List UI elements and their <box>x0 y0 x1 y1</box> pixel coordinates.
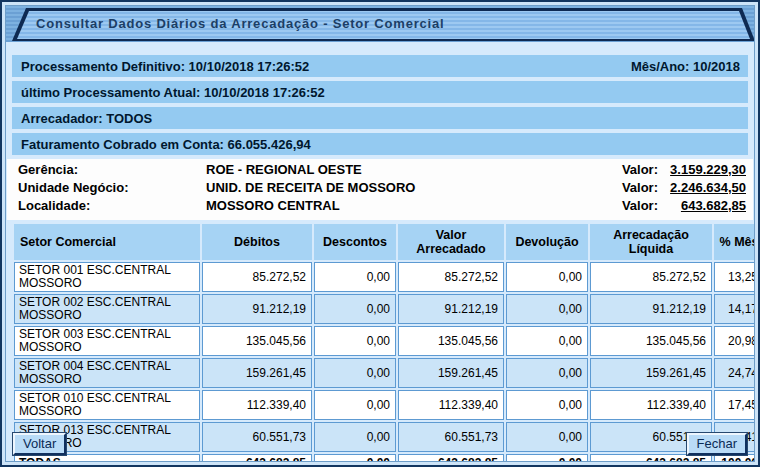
faturamento-text: Faturamento Cobrado em Conta: 66.055.426… <box>21 137 311 152</box>
sector-name-cell: SETOR 004 ESC.CENTRAL MOSSORO <box>14 358 200 388</box>
gerencia-valor-link[interactable]: 3.159.229,30 <box>662 162 746 177</box>
value-cell: 85.272,52 <box>398 262 504 292</box>
value-cell: 0,00 <box>314 454 396 462</box>
table-row: SETOR 002 ESC.CENTRAL MOSSORO91.212,190,… <box>14 294 755 324</box>
info-bar-processamento-definitivo: Processamento Definitivo: 10/10/2018 17:… <box>12 55 748 77</box>
localidade-label: Localidade: <box>18 198 206 213</box>
value-cell: 112.339,40 <box>590 390 712 420</box>
value-cell: 24,74 <box>714 358 755 388</box>
value-cell: 91.212,19 <box>202 294 312 324</box>
localidade-value: MOSSORO CENTRAL <box>206 198 622 213</box>
value-cell: 0,00 <box>314 262 396 292</box>
value-cell: 60.551,73 <box>202 422 312 452</box>
localidade-valor-label: Valor: <box>622 198 658 213</box>
value-cell: 0,00 <box>314 390 396 420</box>
sector-name-cell: SETOR 002 ESC.CENTRAL MOSSORO <box>14 294 200 324</box>
value-cell: 17,45 <box>714 390 755 420</box>
ultimo-processamento-text: último Processamento Atual: 10/10/2018 1… <box>21 85 325 100</box>
unidade-negocio-valor-label: Valor: <box>622 180 658 195</box>
page-title: Consultar Dados Diários da Arrecadação -… <box>36 16 444 31</box>
gerencia-valor-label: Valor: <box>622 162 658 177</box>
arrecadador-text: Arrecadador: TODOS <box>21 111 152 126</box>
info-bar-faturamento: Faturamento Cobrado em Conta: 66.055.426… <box>12 133 748 155</box>
value-cell: 159.261,45 <box>398 358 504 388</box>
unidade-negocio-valor-link[interactable]: 2.246.634,50 <box>662 180 746 195</box>
value-cell: 643.682,85 <box>590 454 712 462</box>
value-cell: 91.212,19 <box>398 294 504 324</box>
value-cell: 112.339,40 <box>202 390 312 420</box>
table-body: SETOR 001 ESC.CENTRAL MOSSORO85.272,520,… <box>14 262 755 462</box>
table-header-row: Setor ComercialDébitosDescontosValor Arr… <box>14 224 755 260</box>
sectors-table: Setor ComercialDébitosDescontosValor Arr… <box>12 222 755 462</box>
column-header: Devolução <box>506 224 588 260</box>
value-cell: 100,00 <box>714 454 755 462</box>
value-cell: 0,00 <box>314 358 396 388</box>
gerencia-value: ROE - REGIONAL OESTE <box>206 162 622 177</box>
info-section: Processamento Definitivo: 10/10/2018 17:… <box>12 55 748 155</box>
column-header: Valor Arrecadado <box>398 224 504 260</box>
value-cell: 0,00 <box>506 454 588 462</box>
value-cell: 0,00 <box>506 294 588 324</box>
localidade-valor-link[interactable]: 643.682,85 <box>662 198 746 213</box>
title-band: Consultar Dados Diários da Arrecadação -… <box>6 6 754 42</box>
mes-ano-text: Mês/Ano: 10/2018 <box>631 59 740 74</box>
gerencia-label: Gerência: <box>18 162 206 177</box>
info-bar-arrecadador: Arrecadador: TODOS <box>12 107 748 129</box>
sector-name-cell: SETOR 003 ESC.CENTRAL MOSSORO <box>14 326 200 356</box>
close-button[interactable]: Fechar <box>687 433 747 455</box>
back-button[interactable]: Voltar <box>13 433 66 455</box>
value-cell: 159.261,45 <box>202 358 312 388</box>
table-row: SETOR 013 ESC.CENTRAL MOSSORO60.551,730,… <box>14 422 755 452</box>
column-header: Débitos <box>202 224 312 260</box>
processamento-definitivo-text: Processamento Definitivo: 10/10/2018 17:… <box>21 59 309 74</box>
table-total-row: TODAS643.682,850,00643.682,850,00643.682… <box>14 454 755 462</box>
hierarchy-section: Gerência: ROE - REGIONAL OESTE Valor: 3.… <box>7 159 753 220</box>
table-row: SETOR 003 ESC.CENTRAL MOSSORO135.045,560… <box>14 326 755 356</box>
column-header: Arrecadação Líquida <box>590 224 712 260</box>
hierarchy-row-unidade-negocio: Unidade Negócio: UNID. DE RECEITA DE MOS… <box>18 180 746 198</box>
value-cell: 112.339,40 <box>398 390 504 420</box>
value-cell: 135.045,56 <box>398 326 504 356</box>
value-cell: 91.212,19 <box>590 294 712 324</box>
table-row: SETOR 001 ESC.CENTRAL MOSSORO85.272,520,… <box>14 262 755 292</box>
value-cell: 0,00 <box>506 422 588 452</box>
column-header: Setor Comercial <box>14 224 200 260</box>
table-row: SETOR 010 ESC.CENTRAL MOSSORO112.339,400… <box>14 390 755 420</box>
info-bar-ultimo-processamento: último Processamento Atual: 10/10/2018 1… <box>12 81 748 103</box>
value-cell: 0,00 <box>506 358 588 388</box>
content-panel: Consultar Dados Diários da Arrecadação -… <box>5 5 755 462</box>
hierarchy-row-localidade: Localidade: MOSSORO CENTRAL Valor: 643.6… <box>18 198 746 216</box>
unidade-negocio-value: UNID. DE RECEITA DE MOSSORO <box>206 180 622 195</box>
value-cell: 0,00 <box>506 326 588 356</box>
app-window: Consultar Dados Diários da Arrecadação -… <box>0 0 760 467</box>
value-cell: 0,00 <box>506 390 588 420</box>
value-cell: 135.045,56 <box>202 326 312 356</box>
value-cell: 643.682,85 <box>398 454 504 462</box>
sector-name-cell: SETOR 001 ESC.CENTRAL MOSSORO <box>14 262 200 292</box>
value-cell: 643.682,85 <box>202 454 312 462</box>
value-cell: 60.551,73 <box>398 422 504 452</box>
value-cell: 0,00 <box>314 422 396 452</box>
value-cell: 0,00 <box>506 262 588 292</box>
value-cell: 159.261,45 <box>590 358 712 388</box>
sector-name-cell: SETOR 010 ESC.CENTRAL MOSSORO <box>14 390 200 420</box>
hierarchy-row-gerencia: Gerência: ROE - REGIONAL OESTE Valor: 3.… <box>18 162 746 180</box>
table-row: SETOR 004 ESC.CENTRAL MOSSORO159.261,450… <box>14 358 755 388</box>
value-cell: 20,98 <box>714 326 755 356</box>
value-cell: 85.272,52 <box>202 262 312 292</box>
column-header: % Mês <box>714 224 755 260</box>
unidade-negocio-label: Unidade Negócio: <box>18 180 206 195</box>
value-cell: 14,17 <box>714 294 755 324</box>
value-cell: 0,00 <box>314 326 396 356</box>
sector-name-cell: TODAS <box>14 454 200 462</box>
value-cell: 135.045,56 <box>590 326 712 356</box>
value-cell: 85.272,52 <box>590 262 712 292</box>
value-cell: 0,00 <box>314 294 396 324</box>
value-cell: 13,25 <box>714 262 755 292</box>
column-header: Descontos <box>314 224 396 260</box>
